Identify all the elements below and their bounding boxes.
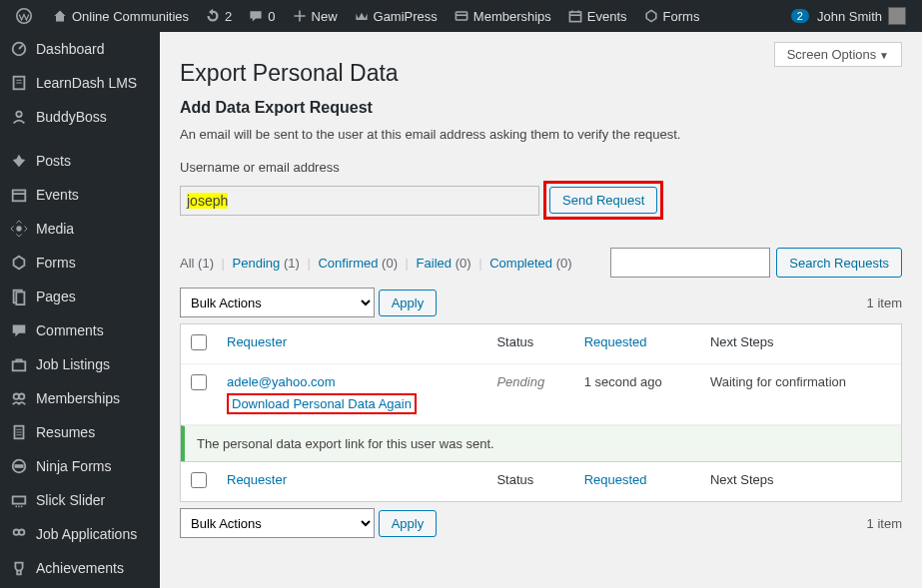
items-count-top: 1 item — [867, 295, 902, 310]
svg-rect-16 — [16, 293, 24, 305]
svg-rect-25 — [15, 464, 24, 468]
ab-events[interactable]: Events — [559, 0, 635, 32]
svg-point-31 — [19, 530, 24, 535]
requester-link[interactable]: adele@yahoo.com — [227, 374, 336, 389]
sidebar-item-memberships[interactable]: Memberships — [0, 381, 160, 415]
col-status-foot: Status — [486, 461, 573, 501]
sidebar-item-events[interactable]: Events — [0, 178, 160, 212]
crown-icon — [354, 8, 370, 24]
admin-bar: Online Communities 2 0 New GamiPress Mem… — [0, 0, 922, 32]
apply-button-bottom[interactable]: Apply — [379, 510, 438, 537]
row-checkbox[interactable] — [191, 374, 207, 390]
user-menu[interactable]: John Smith — [809, 0, 914, 32]
page-icon — [10, 288, 28, 305]
home-icon — [52, 8, 68, 24]
sidebar-item-slickslider[interactable]: Slick Slider — [0, 483, 160, 517]
buddyboss-icon — [10, 108, 28, 126]
svg-point-0 — [17, 9, 31, 23]
search-input[interactable] — [610, 248, 770, 278]
svg-point-11 — [16, 112, 21, 117]
bulk-actions-select-bottom[interactable]: Bulk Actions — [180, 508, 375, 538]
svg-rect-17 — [13, 361, 26, 370]
apply-button-top[interactable]: Apply — [379, 290, 438, 316]
select-all-top[interactable] — [191, 334, 207, 350]
col-nextsteps-foot: Next Steps — [700, 461, 901, 501]
col-requested-foot[interactable]: Requested — [574, 461, 700, 501]
download-data-link[interactable]: Download Personal Data Again — [232, 396, 412, 411]
wordpress-icon — [16, 8, 32, 24]
updates[interactable]: 2 — [197, 0, 240, 32]
svg-rect-3 — [569, 12, 580, 22]
sidebar-item-resumes[interactable]: Resumes — [0, 415, 160, 449]
groups-icon — [10, 389, 28, 407]
svg-point-19 — [19, 394, 24, 399]
select-all-bottom[interactable] — [191, 472, 207, 488]
comment-icon — [10, 321, 28, 339]
sidebar-item-posts[interactable]: Posts — [0, 144, 160, 178]
dashboard-icon — [10, 40, 28, 58]
ab-gamipress[interactable]: GamiPress — [346, 0, 446, 32]
col-status: Status — [486, 324, 573, 363]
sidebar-item-joblistings[interactable]: Job Listings — [0, 347, 160, 381]
col-nextsteps: Next Steps — [700, 324, 901, 363]
filter-pending[interactable]: Pending — [233, 256, 281, 271]
avatar — [888, 7, 906, 25]
col-requester-foot[interactable]: Requester — [217, 461, 486, 501]
sidebar-item-achievements[interactable]: Achievements — [0, 551, 160, 585]
ab-forms[interactable]: Forms — [635, 0, 708, 32]
svg-point-28 — [18, 505, 20, 507]
username-email-input[interactable]: joseph — [180, 186, 539, 216]
groups-icon — [10, 525, 28, 543]
refresh-icon — [205, 8, 221, 24]
new-content[interactable]: New — [284, 0, 346, 32]
calendar-icon — [10, 186, 28, 204]
sidebar-item-pages[interactable]: Pages — [0, 280, 160, 313]
wp-logo[interactable] — [8, 0, 44, 32]
bulk-actions-select-top[interactable]: Bulk Actions — [180, 288, 375, 317]
filter-failed[interactable]: Failed — [417, 256, 452, 271]
plus-icon — [292, 8, 308, 24]
admin-sidebar: Dashboard LearnDash LMS BuddyBoss Posts … — [0, 32, 160, 588]
section-title: Add Data Export Request — [180, 99, 902, 117]
status-filters: All (1) | Pending (1) | Confirmed (0) | … — [180, 256, 572, 271]
calendar-icon — [567, 8, 583, 24]
sidebar-item-ninjaforms[interactable]: Ninja Forms — [0, 449, 160, 483]
send-request-button[interactable]: Send Request — [549, 187, 657, 214]
pin-icon — [10, 152, 28, 170]
site-name[interactable]: Online Communities — [44, 0, 197, 32]
svg-point-14 — [16, 226, 21, 231]
table-row: adele@yahoo.com Download Personal Data A… — [181, 363, 901, 424]
doc-icon — [10, 423, 28, 441]
col-requested[interactable]: Requested — [574, 324, 700, 363]
sidebar-item-buddyboss[interactable]: BuddyBoss — [0, 100, 160, 134]
screen-options-button[interactable]: Screen Options — [774, 42, 902, 67]
svg-point-29 — [21, 505, 23, 507]
hex-icon — [10, 254, 28, 272]
user-notification-badge[interactable]: 2 — [791, 9, 809, 23]
highlight-annotation: Send Request — [543, 181, 663, 220]
filter-completed[interactable]: Completed — [489, 256, 552, 271]
sidebar-item-media[interactable]: Media — [0, 212, 160, 246]
items-count-bottom: 1 item — [867, 516, 902, 531]
comments-bubble[interactable]: 0 — [240, 0, 283, 32]
sidebar-item-comments[interactable]: Comments — [0, 313, 160, 347]
sidebar-item-forms[interactable]: Forms — [0, 246, 160, 280]
sidebar-item-dashboard[interactable]: Dashboard — [0, 32, 160, 66]
requests-table: Requester Status Requested Next Steps ad… — [180, 323, 902, 502]
search-requests-button[interactable]: Search Requests — [776, 248, 902, 278]
field-label: Username or email address — [180, 160, 902, 175]
sidebar-item-jobapps[interactable]: Job Applications — [0, 517, 160, 551]
hex-icon — [643, 8, 659, 24]
filter-all[interactable]: All (1) — [180, 256, 214, 271]
main-content: Screen Options Export Personal Data Add … — [160, 32, 922, 588]
svg-rect-12 — [13, 191, 26, 202]
slider-icon — [10, 491, 28, 509]
col-requester[interactable]: Requester — [217, 324, 486, 363]
trophy-icon — [10, 559, 28, 577]
sidebar-item-learndash[interactable]: LearnDash LMS — [0, 66, 160, 100]
ab-memberships[interactable]: Memberships — [446, 0, 559, 32]
filter-confirmed[interactable]: Confirmed — [318, 256, 378, 271]
learndash-icon — [10, 74, 28, 92]
ninja-icon — [10, 457, 28, 475]
success-notice: The personal data export link for this u… — [181, 425, 901, 461]
